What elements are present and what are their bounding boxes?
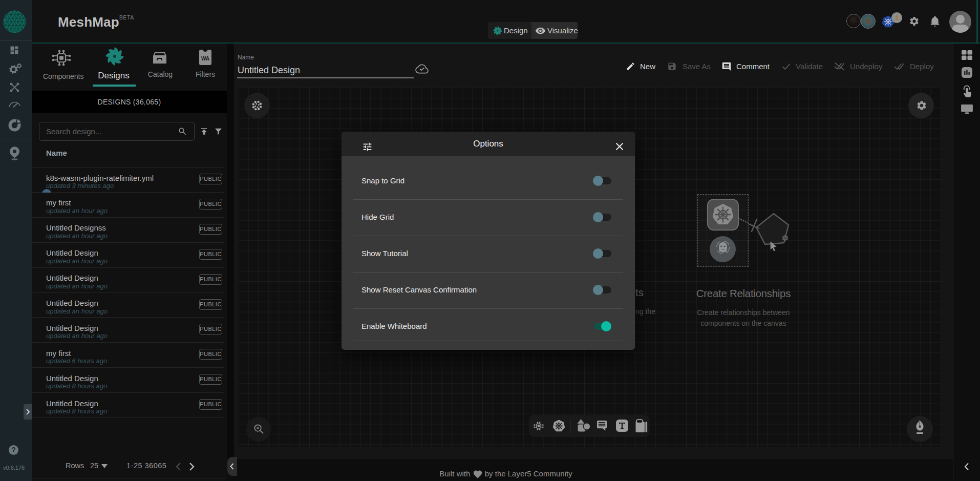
svg-text:WA: WA — [201, 56, 209, 61]
